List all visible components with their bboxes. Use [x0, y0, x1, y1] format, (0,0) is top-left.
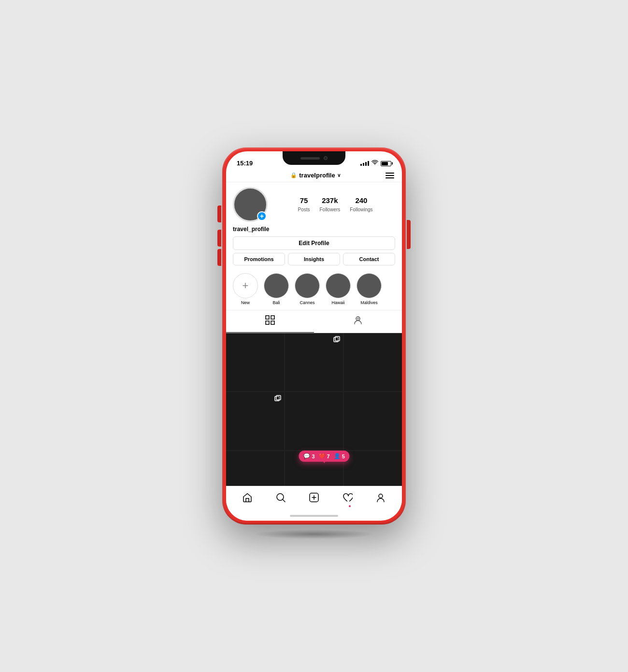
grid-cell-7[interactable] [226, 451, 284, 486]
highlight-maldives[interactable]: Maldives [357, 273, 382, 305]
followers-label: Followers [319, 207, 340, 212]
content-tabs [226, 310, 402, 333]
wifi-icon [371, 160, 378, 167]
add-icon [309, 492, 319, 505]
highlight-label-cannes: Cannes [300, 300, 314, 305]
like-icon: ❤️ [319, 453, 326, 459]
svg-point-5 [357, 318, 359, 320]
chevron-down-icon: ∨ [337, 173, 341, 178]
secondary-buttons-row: Promotions Insights Contact [233, 253, 395, 265]
highlight-bali[interactable]: Bali [264, 273, 289, 305]
highlight-cannes[interactable]: Cannes [295, 273, 320, 305]
nav-search[interactable] [275, 492, 286, 505]
like-count: 7 [327, 453, 330, 459]
followings-stat[interactable]: 240 Followings [350, 196, 372, 213]
grid-cell-2[interactable] [285, 333, 343, 391]
profile-display-username: travel_profile [233, 226, 395, 233]
highlight-hawaii[interactable]: Hawaii [326, 273, 351, 305]
photo-grid: ▶ [226, 333, 402, 486]
svg-rect-0 [266, 316, 269, 319]
phone-screen: 15:19 [226, 151, 402, 521]
grid-cell-9[interactable]: ▶ [344, 451, 402, 486]
followers-count: 237k [319, 196, 340, 205]
tab-grid[interactable] [226, 310, 314, 333]
contact-button[interactable]: Contact [343, 253, 395, 265]
grid-cell-3[interactable] [344, 333, 402, 391]
heart-icon [342, 492, 353, 505]
nav-activity[interactable] [342, 492, 353, 505]
highlight-label-hawaii: Hawaii [331, 300, 344, 305]
comment-count: 3 [312, 453, 314, 459]
multi-icon-2 [274, 395, 281, 403]
hawaii-highlight-circle [326, 273, 351, 298]
hamburger-menu-icon[interactable] [385, 173, 394, 178]
cannes-highlight-circle [295, 273, 320, 298]
svg-rect-2 [266, 321, 269, 324]
notif-comments: 💬 3 [303, 453, 314, 459]
home-indicator [226, 511, 402, 521]
bali-highlight-circle [264, 273, 289, 298]
notification-bubble: 💬 3 ❤️ 7 👤 5 [299, 451, 349, 462]
grid-cell-4[interactable] [226, 392, 284, 450]
home-icon [242, 492, 253, 505]
profile-icon [375, 492, 386, 505]
posts-label: Posts [298, 207, 310, 212]
grid-cell-6[interactable] [344, 392, 402, 450]
svg-rect-9 [276, 395, 281, 400]
nav-profile[interactable] [375, 492, 386, 505]
add-story-button[interactable]: + [257, 211, 267, 221]
posts-stat: 75 Posts [298, 196, 310, 213]
grid-cell-1[interactable] [226, 333, 284, 391]
notif-likes: ❤️ 7 [319, 453, 330, 459]
profile-stats: 75 Posts 237k Followers 240 Followings [275, 196, 395, 213]
status-time: 15:19 [237, 160, 253, 167]
phone-body: 15:19 [222, 147, 406, 525]
edit-profile-button[interactable]: Edit Profile [233, 236, 395, 250]
posts-count: 75 [298, 196, 310, 205]
highlight-new[interactable]: + New [233, 273, 258, 305]
highlight-label-maldives: Maldives [360, 300, 378, 305]
battery-icon [381, 161, 391, 166]
svg-point-4 [356, 317, 360, 321]
notch [283, 151, 345, 165]
nav-home[interactable] [242, 492, 253, 505]
profile-buttons: Edit Profile Promotions Insights Contact [233, 236, 395, 265]
notification-dot [349, 505, 351, 507]
avatar-wrap: + [233, 187, 268, 222]
svg-rect-7 [335, 336, 340, 341]
svg-point-12 [379, 494, 383, 498]
notif-followers: 👤 5 [334, 453, 345, 459]
speaker [300, 157, 320, 160]
status-icons [360, 160, 391, 167]
camera [324, 156, 328, 160]
app-header: 🔒 travelprofile ∨ [226, 169, 402, 182]
promotions-button[interactable]: Promotions [233, 253, 285, 265]
profile-top: + 75 Posts 237k Followers [233, 187, 395, 222]
follower-count: 5 [342, 453, 345, 459]
grid-cell-5[interactable] [285, 392, 343, 450]
grid-icon [265, 315, 275, 327]
tab-tagged[interactable] [314, 310, 402, 333]
lock-icon: 🔒 [290, 172, 297, 178]
home-bar [290, 515, 338, 517]
new-highlight-circle: + [233, 273, 258, 298]
insights-button[interactable]: Insights [288, 253, 340, 265]
search-icon [275, 492, 286, 505]
nav-add[interactable] [309, 492, 319, 505]
highlights-row: + New Bali Cannes [226, 268, 402, 310]
follower-icon: 👤 [334, 453, 341, 459]
profile-section: + 75 Posts 237k Followers [226, 182, 402, 268]
highlight-label-new: New [241, 300, 250, 305]
svg-rect-1 [271, 316, 274, 319]
bottom-nav [226, 486, 402, 511]
highlight-label-bali: Bali [272, 300, 280, 305]
comment-icon: 💬 [303, 453, 310, 459]
multi-icon [333, 336, 340, 344]
phone-shadow [254, 529, 374, 539]
app-content: 🔒 travelprofile ∨ [226, 169, 402, 521]
maldives-highlight-circle [357, 273, 382, 298]
followings-count: 240 [350, 196, 372, 205]
followers-stat[interactable]: 237k Followers [319, 196, 340, 213]
svg-rect-3 [271, 321, 274, 324]
header-username[interactable]: 🔒 travelprofile ∨ [290, 172, 340, 179]
